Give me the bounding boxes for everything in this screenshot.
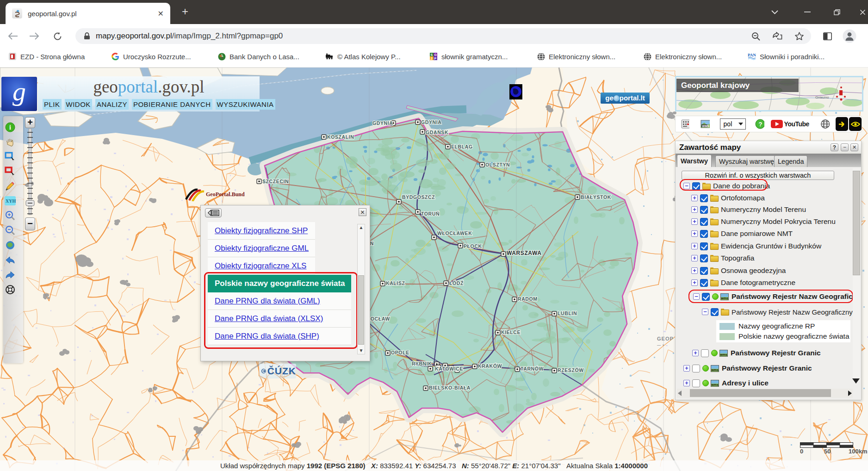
svg-text:RADOM: RADOM (518, 296, 538, 302)
svg-text:WARSZAWA: WARSZAWA (507, 250, 541, 256)
svg-text:ŁÓDŹ: ŁÓDŹ (449, 280, 464, 286)
svg-text:P: P (434, 57, 437, 60)
svg-text:i: i (9, 124, 11, 131)
svg-text:RZESZÓW: RZESZÓW (558, 367, 584, 373)
svg-text:TORUŃ: TORUŃ (421, 211, 440, 217)
svg-text:BIAŁYSTOK: BIAŁYSTOK (581, 194, 611, 200)
svg-text:0: 0 (800, 448, 803, 454)
svg-text:?: ? (758, 121, 762, 128)
svg-text:100km: 100km (849, 448, 867, 454)
svg-text:RYBNIK: RYBNIK (412, 361, 432, 366)
svg-text:GeoPortal.Bund: GeoPortal.Bund (206, 191, 245, 198)
svg-text:GDAŃSK: GDAŃSK (426, 130, 448, 135)
svg-text:YouTube: YouTube (784, 120, 809, 128)
svg-text:XYH: XYH (6, 198, 16, 204)
svg-text:KIELCE: KIELCE (501, 329, 521, 335)
svg-text:KATOWICE: KATOWICE (435, 366, 463, 372)
svg-text:TARNÓW: TARNÓW (521, 366, 544, 372)
svg-text:KALISZ: KALISZ (386, 280, 405, 286)
svg-text:S: S (431, 53, 433, 56)
svg-text:J: J (431, 57, 433, 60)
svg-text:PŁOCK: PŁOCK (464, 243, 482, 249)
svg-text:OPOLE: OPOLE (391, 350, 409, 355)
svg-text:ELBLĄG: ELBLĄG (451, 144, 473, 149)
svg-text:BIELSKO-BIAŁA: BIELSKO-BIAŁA (429, 385, 471, 390)
svg-text:KOSZALIN: KOSZALIN (327, 134, 354, 140)
svg-text:OLSZTYN: OLSZTYN (485, 162, 510, 167)
svg-text:WŁOCŁAWEK: WŁOCŁAWEK (437, 230, 472, 236)
svg-text:GDYNIA: GDYNIA (421, 119, 441, 125)
svg-text:PAN: PAN (748, 53, 756, 57)
svg-text:50: 50 (824, 448, 831, 454)
svg-text:SZCZECIN: SZCZECIN (262, 179, 289, 184)
svg-text:G: G (434, 53, 437, 56)
svg-text:BYDGOSZCZ: BYDGOSZCZ (402, 194, 435, 200)
svg-text:WMS: WMS (702, 124, 710, 128)
svg-text:LUBLIN: LUBLIN (558, 310, 577, 316)
svg-text:KRAKÓW: KRAKÓW (478, 363, 502, 369)
svg-text:Gniezno: Gniezno (815, 95, 829, 99)
svg-text:GDYNIA: GDYNIA (372, 120, 393, 126)
